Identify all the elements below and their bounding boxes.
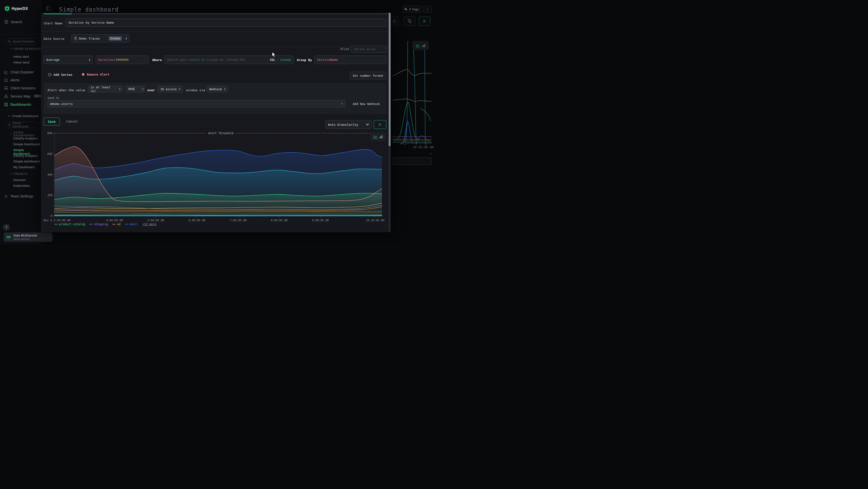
background-chart-type-toggle[interactable]	[412, 41, 429, 50]
run-query-button[interactable]	[419, 17, 430, 26]
data-source-select[interactable]: Demo Traces Schema ▲▼	[71, 34, 129, 42]
bar-chart-icon	[379, 135, 383, 138]
sidebar-item-service-map[interactable]: Service Map	[4, 94, 30, 98]
help-button[interactable]: ?	[3, 224, 10, 231]
legend-item-email[interactable]: email	[125, 223, 138, 226]
select-chevrons-icon: ▲▼	[126, 37, 127, 40]
remove-alert-button[interactable]: Remove Alert	[82, 73, 110, 76]
add-series-button[interactable]: Add Series	[48, 73, 72, 77]
saved-searches-input[interactable]: Saved Searches	[5, 38, 39, 45]
chevron-right-icon: ›	[50, 235, 51, 239]
sidebar-item-dashboards[interactable]: Dashboards	[4, 102, 31, 107]
aggregation-select[interactable]: Average ▲▼	[44, 56, 93, 64]
duration-chart[interactable]: 0200400600800Nov 6 2:30:00 AM4:00:00 AM5…	[44, 128, 388, 229]
legend-swatch	[55, 224, 58, 225]
alias-input[interactable]	[351, 46, 386, 53]
where-label: Where	[152, 58, 162, 62]
save-button[interactable]: Save	[44, 118, 60, 125]
x-tick-label: 9:00:00 AM	[312, 219, 329, 222]
legend-item-shipping[interactable]: shipping	[89, 223, 108, 226]
background-series-line	[393, 69, 432, 76]
search-icon	[8, 123, 10, 126]
user-menu[interactable]: DM Dale McDiarmid demo-service - ›	[4, 232, 53, 242]
run-chart-button[interactable]	[374, 120, 386, 129]
x-tick-label: 7:00:00 AM	[230, 219, 246, 222]
section-presets[interactable]: PRESETS	[10, 172, 28, 175]
brand-name: HyperDX	[11, 6, 28, 11]
active-tab-indicator[interactable]	[43, 13, 72, 14]
field-expression-input[interactable]: Duration/1000000	[96, 56, 149, 64]
sidebar-item-alerts[interactable]: Alerts	[4, 78, 20, 82]
background-series-line	[425, 41, 425, 145]
where-search-field[interactable]	[167, 58, 270, 62]
more-menu-button[interactable]: ⋮	[424, 6, 432, 12]
resize-handle[interactable]	[429, 152, 431, 154]
search-icon	[8, 40, 11, 43]
set-number-format-button[interactable]: Set number format	[350, 72, 386, 79]
legend-item--12-more[interactable]: +12 more	[143, 223, 156, 226]
alert-config-panel: Alert when the value is at least (≥) ▲▼ …	[44, 83, 386, 114]
y-tick-label: 800	[47, 132, 52, 135]
preset-item[interactable]: Kubernetes	[13, 184, 30, 188]
alert-window-select[interactable]: 30 minute ▲▼	[158, 86, 183, 92]
send-to-select[interactable]: #demo-alerts ▼	[48, 100, 345, 107]
filter-button[interactable]	[404, 17, 415, 26]
tags-button[interactable]: 0 Tags	[403, 6, 421, 12]
saved-search-item[interactable]: mikes alert	[13, 55, 29, 58]
modal-scrollbar[interactable]	[389, 13, 391, 232]
service-map-icon	[4, 94, 8, 98]
refresh-button[interactable]	[390, 17, 399, 26]
line-chart-icon	[416, 44, 420, 47]
field-name: Duration	[98, 58, 114, 62]
sidebar-item-team-settings[interactable]: Team Settings	[4, 194, 33, 198]
cancel-button[interactable]: Cancel	[64, 118, 81, 124]
chevron-down-icon	[366, 123, 369, 125]
add-new-webhook-button[interactable]: Add New Webhook	[353, 102, 380, 106]
dashboard-item[interactable]: ClickPy Analytics	[13, 137, 38, 140]
group-by-input[interactable]: ServiceName	[314, 56, 386, 64]
chart-type-toggle[interactable]	[370, 133, 386, 141]
alert-channel-select[interactable]: Webhook ▲▼	[207, 86, 228, 92]
sql-toggle[interactable]: SQL	[270, 58, 275, 62]
dashboard-item[interactable]: Simple Dashboard	[13, 142, 40, 146]
background-series-line	[393, 139, 432, 140]
y-tick-label: 400	[47, 173, 52, 176]
text-cursor	[134, 87, 134, 91]
play-icon	[423, 20, 426, 23]
select-chevrons-icon: ▲▼	[224, 88, 225, 90]
sidebar-item-label: Team Settings	[10, 194, 33, 198]
y-tick-label: 600	[47, 152, 52, 156]
database-icon	[74, 37, 77, 40]
saved-dashboards-input[interactable]: Saved Dashboards	[5, 122, 39, 128]
sidebar-item-label: Service Map	[10, 94, 30, 98]
legend-item-product-catalog[interactable]: product-catalog	[55, 223, 85, 226]
background-tile-chart	[393, 41, 432, 145]
alert-condition-select[interactable]: is at least (≥) ▲▼	[88, 86, 123, 92]
sidebar-item-search[interactable]: Search	[4, 20, 22, 24]
granularity-select[interactable]: Auto Granularity	[325, 120, 372, 129]
section-saved-searches[interactable]: SAVED SEARCHES	[10, 47, 41, 50]
section-saved-dashboards[interactable]: SAVED DASHBOARDS	[10, 131, 41, 137]
alert-threshold-input[interactable]: 800 ▲▼	[126, 86, 145, 92]
data-source-label: Data Source	[44, 37, 64, 40]
brand-logo[interactable]: HyperDX	[5, 6, 28, 11]
schema-badge: Schema	[109, 36, 122, 40]
saved-search-item[interactable]: mikes tets2	[13, 61, 30, 64]
chart-legend: product-catalogshippingademail+12 more	[55, 223, 156, 226]
chart-name-input[interactable]	[66, 19, 386, 27]
legend-item-ad[interactable]: ad	[112, 223, 120, 226]
dashboard-item[interactable]: My Dashboard	[13, 165, 34, 169]
dashboard-item[interactable]: ClickPy Analytics	[13, 154, 38, 157]
sidebar-item-chart-explorer[interactable]: Chart Explorer	[4, 70, 34, 74]
number-spinner[interactable]: ▲▼	[141, 86, 145, 92]
preset-item[interactable]: Services	[13, 178, 26, 182]
dashboard-item[interactable]: Simple dashboard	[13, 160, 39, 163]
create-dashboard-button[interactable]: +Create Dashboard	[8, 114, 38, 118]
y-tick-label: 200	[47, 194, 52, 197]
background-series-line	[400, 121, 413, 144]
sidebar-toggle-button[interactable]	[46, 6, 51, 10]
field-divisor: 1000000	[115, 58, 128, 62]
scrollbar-thumb[interactable]	[389, 13, 391, 146]
sidebar-item-client-sessions[interactable]: Client Sessions	[4, 86, 35, 90]
lucene-toggle[interactable]: Lucene	[280, 58, 291, 62]
